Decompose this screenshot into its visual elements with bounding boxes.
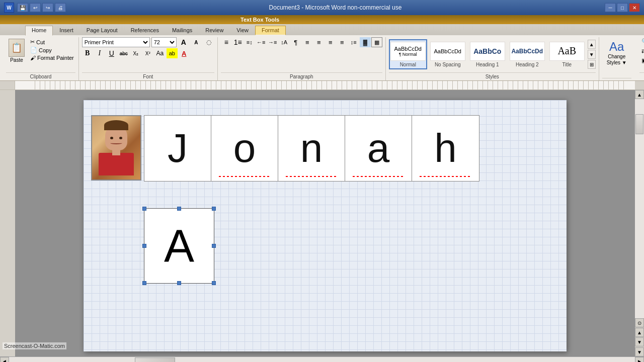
style-heading1-text: AaBbCo (473, 47, 501, 55)
style-heading1[interactable]: AaBbCo Heading 1 (468, 39, 507, 69)
handle-bottom-middle[interactable] (177, 281, 181, 285)
underline-btn[interactable]: U (106, 48, 117, 58)
scroll-prev-page[interactable]: ▲ (635, 328, 644, 337)
document-canvas: J o n a h (84, 100, 567, 351)
font-family-select[interactable]: Primer Print (82, 37, 150, 47)
style-normal-label: Normal (400, 62, 416, 67)
strikethrough-btn[interactable]: abc (118, 48, 129, 58)
font-color-btn[interactable]: A (179, 48, 190, 58)
numbering-btn[interactable]: 1≡ (232, 37, 244, 47)
align-right-btn[interactable]: ≡ (325, 37, 336, 47)
border-btn[interactable]: ▦ (371, 37, 382, 47)
align-center-btn[interactable]: ≡ (313, 37, 325, 47)
handle-middle-left[interactable] (142, 244, 146, 248)
style-heading2-preview: AaBbCcDd (510, 42, 545, 61)
font-size-select[interactable]: 72 (151, 37, 177, 47)
main-area: J o n a h (0, 90, 644, 356)
print-quick-btn[interactable]: 🖨 (55, 3, 66, 12)
scroll-next-page[interactable]: ▼ (635, 337, 644, 346)
h-scroll-left[interactable]: ◄ (0, 357, 9, 363)
replace-button[interactable]: ⇄ Replace (639, 47, 644, 55)
copy-button[interactable]: 📄 Copy (29, 46, 75, 54)
style-heading2[interactable]: AaBbCcDd Heading 2 (508, 39, 546, 69)
line-spacing-btn[interactable]: ↕≡ (348, 37, 359, 47)
select-button[interactable]: ▣ Select ▼ (639, 56, 644, 65)
style-normal-text: AaBbCcDd (394, 46, 422, 52)
font-grow-btn[interactable]: A (178, 37, 189, 47)
show-hide-btn[interactable]: ¶ (290, 37, 301, 47)
highlight-btn[interactable]: ab (167, 48, 178, 58)
handle-top-right[interactable] (212, 207, 216, 211)
redo-quick-btn[interactable]: ↪ (42, 3, 53, 12)
h-scroll-right[interactable]: ► (635, 357, 644, 363)
find-button[interactable]: 🔍 Find ▼ (639, 37, 644, 46)
change-styles-group: Aa ChangeStyles ▼ (599, 37, 634, 80)
undo-quick-btn[interactable]: ↩ (30, 3, 41, 12)
scroll-thumb[interactable] (635, 114, 643, 134)
close-btn[interactable]: ✕ (629, 3, 640, 12)
scroll-up-btn[interactable]: ▲ (635, 90, 644, 99)
scroll-select-prev[interactable]: ⊙ (635, 318, 644, 327)
textbox-content-A[interactable]: A (164, 220, 194, 272)
format-painter-button[interactable]: 🖌 Format Painter (29, 54, 75, 61)
font-shrink-btn[interactable]: A (191, 37, 202, 47)
clear-format-btn[interactable]: ◌ (203, 37, 214, 47)
ribbon: Text Box Tools Home Insert Page Layout R… (0, 15, 644, 81)
bold-btn[interactable]: B (82, 48, 93, 58)
handle-top-left[interactable] (142, 207, 146, 211)
document-area[interactable]: J o n a h (15, 90, 635, 356)
h-scroll-track[interactable] (9, 357, 635, 362)
save-quick-btn[interactable]: 💾 (17, 3, 28, 12)
cut-button[interactable]: ✂ Cut (29, 38, 75, 46)
case-btn[interactable]: Aa (154, 48, 166, 58)
tab-pagelayout[interactable]: Page Layout (80, 26, 124, 35)
editing-group: 🔍 Find ▼ ⇄ Replace ▣ Select ▼ Editing (636, 37, 644, 80)
handle-middle-right[interactable] (212, 244, 216, 248)
decrease-indent-btn[interactable]: ←≡ (256, 37, 267, 47)
style-normal[interactable]: AaBbCcDd ¶Normal Normal (389, 39, 427, 69)
handle-top-middle[interactable] (177, 207, 181, 211)
scroll-down-btn[interactable]: ▼ (635, 347, 644, 356)
tab-home[interactable]: Home (25, 26, 53, 36)
tab-references[interactable]: References (124, 26, 166, 35)
style-heading2-label: Heading 2 (516, 62, 539, 67)
align-left-btn[interactable]: ≡ (302, 37, 313, 47)
change-styles-button[interactable]: Aa ChangeStyles ▼ (602, 37, 631, 68)
handle-bottom-right[interactable] (212, 281, 216, 285)
tab-format[interactable]: Format (255, 26, 286, 35)
vertical-scrollbar: ▲ ⊙ ▲ ▼ ▼ (635, 90, 644, 356)
shading-btn[interactable]: ▓ (360, 37, 371, 47)
style-no-spacing[interactable]: AaBbCcDd No Spacing (429, 39, 467, 69)
style-title[interactable]: AaB Title (548, 39, 586, 69)
paste-button[interactable]: 📋 Paste (6, 37, 27, 71)
style-heading1-label: Heading 1 (476, 62, 499, 67)
bullets-btn[interactable]: ≡ (221, 37, 232, 47)
styles-scroll-down[interactable]: ▼ (588, 50, 596, 59)
style-heading2-text: AaBbCcDd (511, 48, 543, 55)
window-title: Document3 - Microsoft Word non-commercia… (66, 4, 605, 11)
tab-review[interactable]: Review (199, 26, 230, 35)
format-painter-icon: 🖌 (30, 55, 36, 61)
sort-btn[interactable]: ↕A (279, 37, 290, 47)
tab-insert[interactable]: Insert (53, 26, 80, 35)
paste-label: Paste (10, 57, 23, 63)
italic-btn[interactable]: I (94, 48, 105, 58)
h-scroll-thumb[interactable] (135, 357, 175, 362)
handle-bottom-left[interactable] (142, 281, 146, 285)
styles-scroll-up[interactable]: ▲ (588, 40, 596, 49)
selected-textbox[interactable]: A (144, 208, 214, 284)
subscript-btn[interactable]: X₂ (130, 48, 141, 58)
styles-expand[interactable]: ⊞ (588, 60, 596, 69)
tab-view[interactable]: View (230, 26, 255, 35)
justify-btn[interactable]: ≡ (337, 37, 348, 47)
superscript-btn[interactable]: X² (142, 48, 153, 58)
scroll-track[interactable] (635, 99, 644, 318)
styles-group: AaBbCcDd ¶Normal Normal AaBbCcDd No Spac… (386, 37, 599, 80)
spell-check-underline-a (353, 176, 404, 177)
photo-box[interactable] (91, 115, 141, 180)
tab-mailings[interactable]: Mailings (166, 26, 199, 35)
increase-indent-btn[interactable]: →≡ (267, 37, 278, 47)
multilevel-btn[interactable]: ≡↕ (244, 37, 255, 47)
minimize-btn[interactable]: ─ (605, 3, 616, 12)
maximize-btn[interactable]: □ (617, 3, 628, 12)
